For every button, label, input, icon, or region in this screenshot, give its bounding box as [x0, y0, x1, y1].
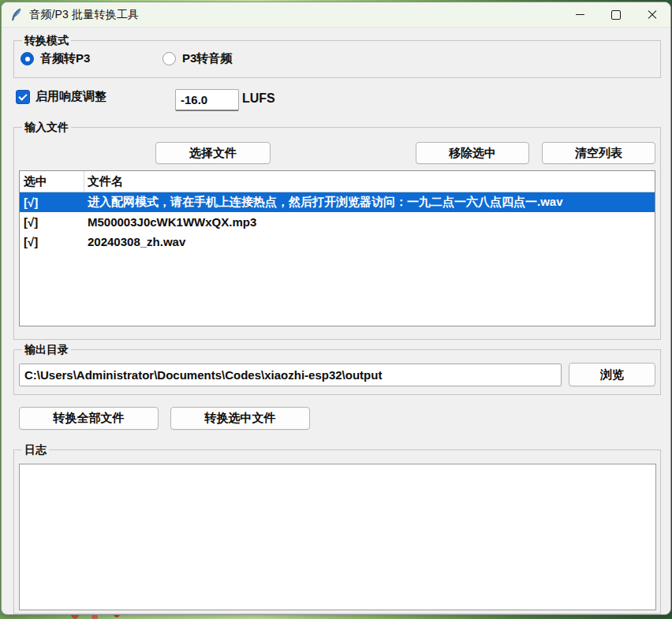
checkbox-checked-icon — [16, 90, 30, 104]
close-button[interactable] — [634, 2, 670, 27]
radio-unselected-icon — [162, 52, 176, 65]
output-path-input[interactable] — [19, 364, 562, 386]
loudness-checkbox[interactable]: 启用响度调整 — [16, 89, 106, 104]
lufs-unit-label: LUFS — [242, 91, 275, 106]
file-row-3-checkmark: [√] — [20, 235, 84, 248]
file-row-2-filename: M500003J0cWK1WWxQX.mp3 — [84, 215, 655, 229]
file-row-1-checkmark: [√] — [20, 196, 84, 209]
header-checked-column[interactable]: 选中 — [20, 171, 84, 192]
radio-p3-to-audio[interactable]: P3转音频 — [162, 51, 232, 66]
minimize-button[interactable] — [562, 2, 598, 27]
input-files-group-label: 输入文件 — [22, 120, 71, 134]
file-row-3-filename: 20240308_zh.wav — [84, 235, 655, 248]
window-title: 音频/P3 批量转换工具 — [29, 8, 139, 22]
app-window: 音频/P3 批量转换工具 转换模式 音频转P3 P3转音频 启用响度调整 — [1, 2, 671, 615]
file-list-table: 选中 文件名 [√] 进入配网模式，请在手机上连接热点，然后打开浏览器访问：一九… — [19, 170, 655, 326]
python-feather-icon — [10, 8, 22, 22]
close-icon — [648, 10, 657, 20]
title-bar: 音频/P3 批量转换工具 — [2, 2, 670, 28]
convert-selected-button[interactable]: 转换选中文件 — [170, 407, 310, 430]
header-filename-column[interactable]: 文件名 — [84, 174, 655, 189]
maximize-icon — [611, 10, 621, 20]
input-files-groupbox: 输入文件 选择文件 移除选中 清空列表 选中 文件名 [√] 进入配网模式，请在… — [13, 127, 661, 340]
file-row-2[interactable]: [√] M500003J0cWK1WWxQX.mp3 — [20, 212, 655, 232]
file-row-1[interactable]: [√] 进入配网模式，请在手机上连接热点，然后打开浏览器访问：一九二点一六八点四… — [20, 192, 655, 212]
radio-audio-to-p3[interactable]: 音频转P3 — [21, 51, 90, 66]
radio-audio-to-p3-label: 音频转P3 — [40, 51, 90, 66]
output-dir-group-label: 输出目录 — [22, 342, 71, 356]
minimize-icon — [576, 14, 584, 15]
file-table-header: 选中 文件名 — [20, 171, 655, 192]
log-textarea[interactable] — [19, 464, 656, 610]
loudness-checkbox-label: 启用响度调整 — [35, 89, 106, 104]
clear-list-button[interactable]: 清空列表 — [542, 142, 655, 164]
mode-group-label: 转换模式 — [22, 33, 71, 47]
window-controls — [562, 2, 670, 27]
log-groupbox: 日志 — [13, 449, 661, 614]
file-row-1-filename: 进入配网模式，请在手机上连接热点，然后打开浏览器访问：一九二点一六八点四点一.w… — [84, 195, 655, 210]
convert-all-button[interactable]: 转换全部文件 — [19, 407, 159, 430]
radio-selected-icon — [21, 52, 34, 65]
lufs-value-input[interactable] — [175, 89, 239, 111]
browse-button[interactable]: 浏览 — [569, 363, 655, 386]
file-row-3[interactable]: [√] 20240308_zh.wav — [20, 232, 655, 252]
file-row-2-checkmark: [√] — [20, 215, 84, 229]
output-dir-groupbox: 输出目录 浏览 — [13, 349, 661, 395]
remove-selected-button[interactable]: 移除选中 — [416, 142, 529, 164]
log-group-label: 日志 — [22, 442, 49, 457]
mode-groupbox: 转换模式 音频转P3 P3转音频 — [13, 40, 661, 78]
radio-p3-to-audio-label: P3转音频 — [182, 51, 232, 66]
maximize-button[interactable] — [598, 2, 634, 27]
select-files-button[interactable]: 选择文件 — [155, 142, 271, 164]
